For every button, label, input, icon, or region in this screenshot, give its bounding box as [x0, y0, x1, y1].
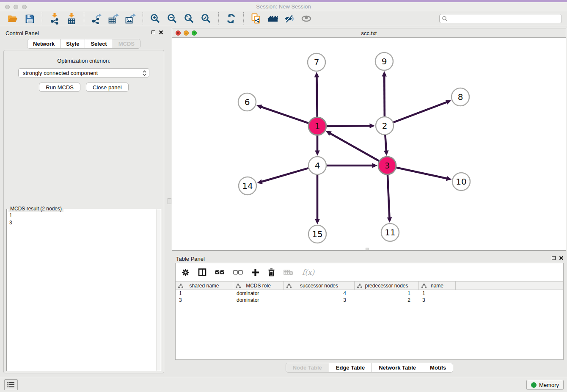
close-panel-icon[interactable] — [159, 30, 163, 35]
splitter-handle[interactable] — [168, 198, 171, 204]
edge-arrowhead — [314, 72, 319, 77]
graph-edge-1-6[interactable] — [261, 107, 308, 123]
tab-motifs[interactable]: Motifs — [423, 363, 453, 372]
network-window-title: scc.txt — [172, 30, 566, 36]
graph-edge-3-11[interactable] — [388, 175, 390, 218]
edge-arrowhead — [387, 217, 392, 223]
export-table-icon[interactable] — [107, 12, 120, 25]
import-network-icon[interactable] — [48, 12, 61, 25]
table-header-row[interactable]: shared nameMCDS rolesuccessor nodesprede… — [176, 281, 563, 290]
tab-style[interactable]: Style — [61, 39, 85, 48]
graph-edge-3-1[interactable] — [330, 133, 379, 161]
result-scrollbar[interactable] — [156, 209, 161, 371]
graph-edge-2-8[interactable] — [394, 102, 447, 122]
table-options-icon[interactable] — [182, 268, 190, 276]
table-cell[interactable]: 4 — [284, 290, 355, 297]
toolbar-separator — [218, 12, 219, 25]
node-label: 15 — [312, 229, 322, 239]
table-panel-title: Table Panel — [176, 256, 205, 262]
float-panel-icon[interactable] — [151, 30, 155, 34]
control-panel-tabs: NetworkStyleSelectMCDS — [27, 39, 140, 49]
node-label: 6 — [245, 97, 250, 107]
zoom-fit-icon[interactable] — [183, 12, 195, 25]
tab-node-table[interactable]: Node Table — [286, 363, 329, 372]
table-cell[interactable]: dominator — [233, 297, 284, 304]
task-history-button[interactable] — [4, 379, 18, 390]
column-header-name[interactable]: name — [419, 282, 456, 290]
table-cell[interactable]: 1 — [176, 290, 233, 297]
graph-edge-4-14[interactable] — [261, 168, 308, 182]
export-image-icon[interactable] — [124, 12, 137, 25]
canvas-resize-handle[interactable] — [366, 248, 369, 250]
table-cell[interactable]: 1 — [419, 290, 456, 297]
result-item[interactable]: 1 — [9, 212, 161, 219]
toolbar-separator — [143, 12, 143, 25]
hide-selected-icon[interactable] — [284, 12, 296, 25]
graph-edge-1-2[interactable] — [327, 126, 370, 126]
column-header-successor-nodes[interactable]: successor nodes — [284, 282, 355, 290]
table-cell[interactable]: dominator — [233, 290, 284, 297]
table-tabs: Node TableEdge TableNetwork TableMotifs — [286, 363, 454, 373]
delete-columns-icon[interactable] — [268, 268, 275, 276]
open-session-icon[interactable] — [6, 12, 19, 25]
table-row[interactable]: 1dominator411 — [176, 290, 563, 297]
zoom-selected-icon[interactable] — [200, 12, 212, 25]
edge-arrowhead — [369, 123, 375, 128]
search-input[interactable] — [439, 14, 562, 23]
deselect-all-columns-icon[interactable] — [233, 270, 243, 275]
table-cell[interactable]: 3 — [176, 297, 233, 304]
graph-edge-2-3[interactable] — [385, 135, 386, 151]
mcds-panel: Optimization criterion: strongly connect… — [3, 50, 164, 373]
table-cell[interactable]: 3 — [284, 297, 355, 304]
home-icon[interactable] — [267, 12, 279, 25]
mcds-result-list[interactable]: 13 — [7, 209, 161, 226]
import-table-icon[interactable] — [65, 12, 78, 25]
save-session-icon[interactable] — [23, 12, 36, 25]
show-all-icon[interactable] — [300, 12, 313, 25]
function-builder-icon: f(x) — [302, 268, 314, 276]
titlebar[interactable]: Session: New Session — [0, 2, 567, 11]
close-table-panel-icon[interactable] — [559, 256, 564, 260]
close-panel-button[interactable]: Close panel — [86, 83, 129, 92]
column-header-shared-name[interactable]: shared name — [176, 282, 233, 290]
add-column-icon[interactable] — [251, 268, 259, 276]
edge-arrowhead — [384, 150, 389, 156]
node-label: 10 — [456, 177, 466, 187]
network-window-titlebar[interactable]: × − + scc.txt — [172, 28, 566, 38]
result-item[interactable]: 3 — [9, 219, 161, 226]
column-header-mcds-role[interactable]: MCDS role — [233, 282, 284, 290]
memory-status-icon — [531, 382, 537, 388]
tab-mcds[interactable]: MCDS — [113, 39, 140, 48]
split-panel-icon[interactable] — [198, 268, 206, 276]
table-row[interactable]: 3dominator323 — [176, 297, 563, 304]
graph-edge-3-10[interactable] — [396, 168, 447, 179]
node-label: 4 — [315, 160, 320, 171]
mcds-result-title: MCDS result (2 nodes) — [8, 206, 63, 212]
table-toolbar: f(x) — [176, 263, 563, 281]
edge-arrowhead — [315, 151, 320, 156]
tab-select[interactable]: Select — [85, 39, 113, 48]
select-all-columns-icon[interactable] — [215, 270, 225, 275]
zoom-in-icon[interactable] — [149, 12, 162, 25]
tab-edge-table[interactable]: Edge Table — [329, 363, 372, 372]
float-table-panel-icon[interactable] — [552, 256, 556, 260]
graph-edge-2-9[interactable] — [384, 76, 385, 116]
toolbar-separator — [42, 12, 42, 25]
tab-network-table[interactable]: Network Table — [372, 363, 423, 372]
duplicate-network-icon[interactable] — [250, 12, 262, 25]
run-mcds-button[interactable]: Run MCDS — [39, 83, 80, 92]
table-cell[interactable]: 3 — [419, 297, 456, 304]
export-network-icon[interactable] — [90, 12, 103, 25]
graph-edge-1-7[interactable] — [317, 77, 317, 117]
table-cell[interactable]: 1 — [355, 290, 419, 297]
tab-network[interactable]: Network — [28, 39, 61, 48]
criterion-dropdown[interactable]: strongly connected component — [18, 68, 149, 77]
network-canvas[interactable]: 7968124314101511 — [172, 38, 566, 250]
column-header-predecessor-nodes[interactable]: predecessor nodes — [355, 282, 419, 290]
zoom-out-icon[interactable] — [166, 12, 179, 25]
table-cell[interactable]: 2 — [355, 297, 419, 304]
edge-arrowhead — [446, 176, 451, 181]
refresh-view-icon[interactable] — [225, 12, 237, 25]
memory-label: Memory — [539, 382, 559, 388]
memory-button[interactable]: Memory — [526, 380, 564, 390]
